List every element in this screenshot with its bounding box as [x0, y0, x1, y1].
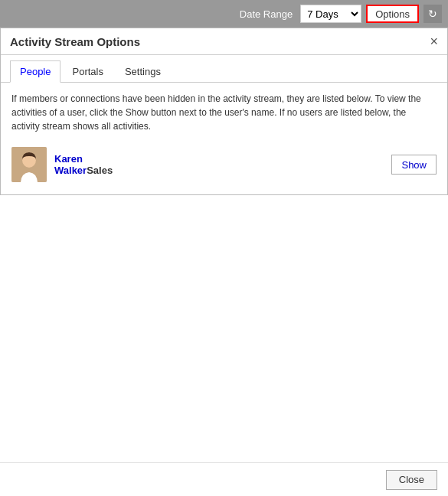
dialog-title: Activity Stream Options	[10, 35, 140, 48]
avatar	[11, 147, 47, 182]
main-content: Activity Stream Options × People Portals…	[0, 28, 448, 496]
activity-stream-options-dialog: Activity Stream Options × People Portals…	[0, 28, 448, 195]
tab-portals[interactable]: Portals	[62, 60, 113, 83]
person-row: Karen WalkerSales Show	[11, 144, 437, 185]
person-name: Karen WalkerSales	[54, 153, 384, 176]
tab-content-people: If members or connections have been hidd…	[1, 83, 447, 194]
person-info: Karen WalkerSales	[54, 153, 384, 176]
dialog-close-button[interactable]: ×	[430, 34, 438, 48]
refresh-icon: ↻	[428, 8, 437, 20]
date-range-select[interactable]: 7 Days	[300, 5, 361, 23]
tab-settings[interactable]: Settings	[115, 60, 171, 83]
dialog-titlebar: Activity Stream Options ×	[1, 28, 447, 55]
show-button[interactable]: Show	[391, 155, 437, 175]
dialog-footer: Close	[0, 462, 448, 496]
top-bar: Date Range 7 Days Options ↻	[0, 0, 448, 28]
close-button[interactable]: Close	[386, 470, 437, 490]
info-text: If members or connections have been hidd…	[11, 92, 437, 133]
date-range-label: Date Range	[240, 8, 293, 20]
tab-bar: People Portals Settings	[1, 55, 447, 83]
tab-people[interactable]: People	[10, 60, 60, 83]
refresh-icon-button[interactable]: ↻	[423, 5, 442, 23]
options-button[interactable]: Options	[366, 5, 419, 23]
